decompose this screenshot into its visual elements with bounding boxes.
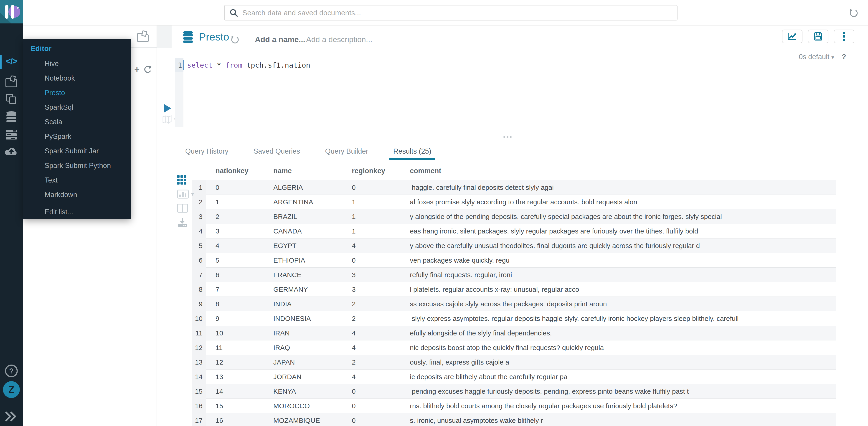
editor-actions: [782, 30, 854, 43]
table-row[interactable]: 76FRANCE3refully final requests. regular…: [192, 268, 836, 282]
row-index-cell: 6: [192, 253, 206, 268]
row-index-cell: 10: [192, 311, 206, 326]
name-cell: ARGENTINA: [272, 198, 351, 206]
table-row[interactable]: 43CANADA1eas hang ironic, silent package…: [192, 224, 836, 239]
chart-button[interactable]: [782, 30, 802, 43]
menu-item-markdown[interactable]: Markdown: [23, 187, 131, 202]
chart-view-button[interactable]: ▾: [177, 189, 197, 199]
table-row[interactable]: 1615MOROCCO0rns. blithely bold courts am…: [192, 399, 836, 413]
table-row[interactable]: 1514KENYA0 pending excuses haggle furiou…: [192, 384, 836, 399]
table-row[interactable]: 109INDONESIA2 slyly express asymptotes. …: [192, 311, 836, 326]
query-name-field[interactable]: Add a name...: [255, 35, 305, 44]
editor-header: Presto Add a name... Add a description..…: [157, 26, 868, 57]
download-icon: [177, 218, 188, 227]
table-row[interactable]: 1716MOZAMBIQUE0s. ironic, unusual asympt…: [192, 413, 836, 426]
menu-item-spark-submit-python[interactable]: Spark Submit Python: [23, 158, 131, 173]
bar-chart-icon: [177, 189, 189, 199]
avatar-letter: Z: [3, 381, 20, 398]
kebab-menu-button[interactable]: [834, 30, 854, 43]
menu-item-text[interactable]: Text: [23, 173, 131, 187]
tab-query-builder[interactable]: Query Builder: [321, 148, 372, 160]
code-line[interactable]: select * from tpch.sf1.nation: [187, 61, 310, 69]
comment-cell: haggle. carefully final deposits detect …: [409, 184, 836, 191]
add-icon[interactable]: +: [134, 64, 140, 74]
menu-item-notebook[interactable]: Notebook: [23, 71, 131, 86]
row-index-cell: 5: [192, 239, 206, 253]
jobs-icon[interactable]: [0, 75, 23, 87]
refresh-icon[interactable]: [143, 65, 152, 74]
status-dropdown[interactable]: 0s default ▾: [799, 53, 834, 61]
menu-header: Editor: [23, 42, 131, 55]
results-rail: ▾: [177, 175, 197, 232]
comment-cell: l platelets. regular accounts x-ray: unu…: [409, 285, 836, 293]
regionkey-cell: 3: [351, 285, 409, 293]
assist-documents-icon[interactable]: [136, 30, 149, 42]
menu-item-pyspark[interactable]: PySpark: [23, 129, 131, 144]
column-header-nationkey[interactable]: nationkey: [206, 167, 272, 175]
query-description-field[interactable]: Add a description...: [306, 35, 372, 44]
database-icon[interactable]: [0, 111, 23, 123]
table-row[interactable]: 1312JAPAN2ously. final, express gifts ca…: [192, 355, 836, 370]
table-row[interactable]: 54EGYPT4y above the carefully unusual th…: [192, 239, 836, 253]
name-cell: ALGERIA: [272, 184, 351, 191]
hue-app: </> ? Z ): [0, 0, 868, 426]
table-row[interactable]: 10ALGERIA0 haggle. carefully final depos…: [192, 180, 836, 195]
menu-item-edit-list[interactable]: Edit list...: [23, 205, 131, 219]
query-history-icon[interactable]: [230, 35, 240, 44]
menu-item-hive[interactable]: Hive: [23, 56, 131, 71]
nationkey-cell: 15: [206, 402, 272, 410]
importer-cloud-upload-icon[interactable]: [0, 146, 23, 156]
regionkey-cell: 4: [351, 344, 409, 352]
tab-saved-queries[interactable]: Saved Queries: [249, 148, 304, 160]
regionkey-cell: 4: [351, 329, 409, 337]
column-header-comment[interactable]: comment: [409, 167, 836, 175]
save-button[interactable]: [808, 30, 828, 43]
menu-item-sparksql[interactable]: SparkSql: [23, 100, 131, 115]
table-row[interactable]: 65ETHIOPIA0ven packages wake quickly. re…: [192, 253, 836, 268]
table-row[interactable]: 98INDIA2ss excuses cajole slyly across t…: [192, 297, 836, 311]
minimap-button[interactable]: ▾: [162, 115, 176, 124]
column-header-name[interactable]: name: [272, 167, 351, 175]
comment-cell: ously. final, express gifts cajole a: [409, 358, 836, 366]
name-cell: JORDAN: [272, 373, 351, 381]
row-index-cell: 8: [192, 282, 206, 297]
help-glyph[interactable]: ?: [842, 53, 846, 61]
menu-item-spark-submit-jar[interactable]: Spark Submit Jar: [23, 144, 131, 158]
tab-results-25[interactable]: Results (25): [390, 148, 435, 160]
editor-nav-code-icon[interactable]: </>: [0, 56, 23, 66]
help-icon[interactable]: ?: [0, 365, 23, 377]
row-index-cell: 14: [192, 370, 206, 384]
splitter-handle[interactable]: [503, 136, 512, 138]
column-header-regionkey[interactable]: regionkey: [351, 167, 409, 175]
global-search[interactable]: [224, 5, 678, 21]
comment-cell: s. ironic, unusual asymptotes wake blith…: [409, 417, 836, 424]
table-row[interactable]: 21ARGENTINA1al foxes promise slyly accor…: [192, 195, 836, 209]
tab-query-history[interactable]: Query History: [181, 148, 232, 160]
editor-title: Presto: [199, 31, 229, 43]
documents-icon[interactable]: [0, 93, 23, 105]
menu-item-presto[interactable]: Presto: [23, 86, 131, 100]
nationkey-cell: 10: [206, 329, 272, 337]
split-columns-button[interactable]: [177, 204, 197, 213]
hue-logo[interactable]: [0, 0, 23, 24]
menu-item-scala[interactable]: Scala: [23, 115, 131, 129]
grid-view-button[interactable]: [177, 175, 197, 185]
download-button[interactable]: [177, 218, 197, 227]
search-input[interactable]: [242, 9, 673, 17]
history-icon[interactable]: [848, 8, 859, 18]
editor-margin-strip: [157, 26, 172, 48]
run-query-button[interactable]: [164, 104, 171, 113]
tables-icon[interactable]: [0, 129, 23, 140]
splitter-line[interactable]: [180, 134, 843, 134]
regionkey-cell: 2: [351, 358, 409, 366]
panel-divider[interactable]: [157, 26, 157, 426]
table-row[interactable]: 1110IRAN4efully alongside of the slyly f…: [192, 326, 836, 340]
table-row[interactable]: 1211IRAQ4nic deposits boost atop the qui…: [192, 340, 836, 355]
table-row[interactable]: 1413JORDAN4ic deposits are blithely abou…: [192, 370, 836, 384]
nationkey-cell: 4: [206, 242, 272, 250]
nationkey-cell: 14: [206, 388, 272, 395]
table-row[interactable]: 87GERMANY3l platelets. regular accounts …: [192, 282, 836, 297]
table-row[interactable]: 32BRAZIL1y alongside of the pending depo…: [192, 209, 836, 224]
expand-sidebar-icon[interactable]: [0, 409, 23, 423]
user-avatar[interactable]: Z: [0, 381, 23, 398]
